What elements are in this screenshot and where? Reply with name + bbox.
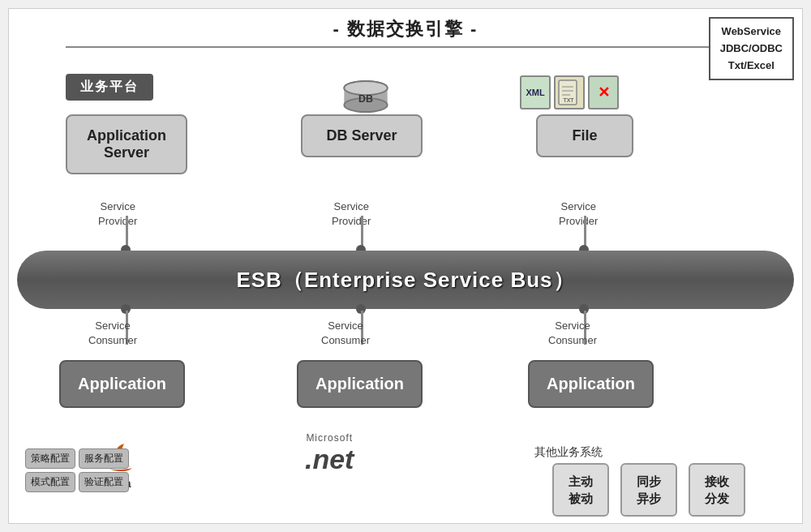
title-divider xyxy=(66,46,745,48)
btn-receive-dispatch[interactable]: 接收分发 xyxy=(689,463,745,517)
db-cylinder-icon: DB xyxy=(341,80,390,113)
app-server-box: ApplicationServer xyxy=(66,114,187,174)
sp-label-file: ServiceProvider xyxy=(559,200,598,229)
config-box-auth: 验证配置 xyxy=(79,472,129,492)
vline-file xyxy=(584,216,586,248)
sc-label-app1: ServiceConsumer xyxy=(88,319,137,348)
consumer-app3-box: Application xyxy=(528,360,654,408)
microsoft-label: Microsoft xyxy=(305,432,354,444)
db-server-box: DB Server xyxy=(301,114,423,157)
svg-text:TXT: TXT xyxy=(563,97,574,103)
bottom-buttons-area: 主动被动 同步异步 接收分发 xyxy=(552,463,745,517)
page-container: - 数据交换引擎 - WebService JDBC/ODBC Txt/Exce… xyxy=(8,8,803,524)
txt-icon: TXT xyxy=(554,75,585,109)
dotnet-area: Microsoft .net xyxy=(305,432,354,475)
sp-label-app: ServiceProvider xyxy=(98,200,137,229)
config-boxes: 策略配置 服务配置 模式配置 验证配置 xyxy=(25,448,129,492)
biz-platform-label: 业务平台 xyxy=(66,74,153,101)
svg-text:DB: DB xyxy=(358,93,373,105)
config-box-pattern: 模式配置 xyxy=(25,472,75,492)
file-icons-area: XML TXT ✕ xyxy=(520,75,619,109)
vline-db-server xyxy=(361,216,363,248)
file-box: File xyxy=(536,114,633,157)
esb-bar: 策略配置 服务配置 模式配置 验证配置 ESB（Enterprise Servi… xyxy=(17,251,794,309)
btn-sync-async[interactable]: 同步异步 xyxy=(620,463,677,517)
btn-active-passive[interactable]: 主动被动 xyxy=(552,463,609,517)
xls-icon: ✕ xyxy=(588,75,619,109)
esb-label: ESB（Enterprise Service Bus） xyxy=(236,266,574,294)
vline-app-server xyxy=(126,216,128,248)
page-title: - 数据交换引擎 - xyxy=(17,17,794,41)
sc-label-app3: ServiceConsumer xyxy=(548,319,597,348)
consumer-app2-box: Application xyxy=(297,360,423,408)
config-box-strategy: 策略配置 xyxy=(25,448,75,469)
txt-file-icon: TXT xyxy=(557,79,581,106)
sp-label-db: ServiceProvider xyxy=(332,200,371,229)
diagram-area: 业务平台 DB XML TXT ✕ xyxy=(17,58,794,528)
xml-icon: XML xyxy=(520,75,551,109)
dotnet-label: .net xyxy=(305,444,354,475)
config-box-service: 服务配置 xyxy=(79,448,129,469)
other-systems-label: 其他业务系统 xyxy=(534,445,603,460)
sc-label-app2: ServiceConsumer xyxy=(321,319,370,348)
consumer-app1-box: Application xyxy=(59,360,185,408)
db-icon-area: DB xyxy=(341,80,390,116)
